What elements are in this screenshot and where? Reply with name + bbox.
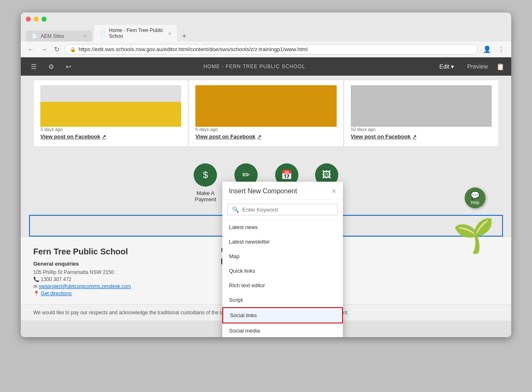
fb-post-image-1	[40, 85, 181, 127]
fb-post-card-3: 10 days ago View post on Facebook ↗	[344, 80, 499, 147]
component-item-map[interactable]: Map	[222, 249, 343, 264]
modal-header: Insert New Component ×	[222, 182, 343, 200]
profile-button[interactable]: 👤	[481, 44, 493, 54]
preview-button[interactable]: Preview	[462, 62, 493, 71]
insert-component-modal: Insert New Component × 🔍 Latest news Lat…	[222, 182, 343, 337]
tab-label: AEM Sites	[41, 33, 64, 39]
fb-post-card-1: 3 days ago View post on Facebook ↗	[33, 80, 188, 147]
help-chat-icon: 💬	[470, 191, 480, 200]
fb-post-image-3	[351, 85, 492, 127]
fb-post-card-2: 6 days ago View post on Facebook ↗	[188, 80, 343, 147]
footer-school-info: Fern Tree Public School General enquirie…	[33, 247, 213, 298]
fb-post-link-3[interactable]: View post on Facebook ↗	[351, 133, 492, 140]
fb-post-time-2: 6 days ago	[195, 127, 336, 132]
fb-post-time-1: 3 days ago	[40, 127, 181, 132]
modal-search: 🔍	[222, 200, 343, 220]
email-icon: ✉	[33, 284, 39, 289]
map-pin-icon: 📍	[33, 291, 41, 296]
search-input-wrapper: 🔍	[227, 204, 338, 215]
component-search-input[interactable]	[242, 207, 333, 213]
page-title: HOME - FERN TREE PUBLIC SCHOOL	[79, 64, 429, 69]
help-button[interactable]: 💬 Help	[465, 187, 485, 208]
external-link-icon-1: ↗	[102, 134, 106, 140]
fb-post-time-3: 10 days ago	[351, 127, 492, 132]
back-button[interactable]: ←	[26, 45, 36, 54]
edit-button[interactable]: Edit ▾	[434, 62, 459, 71]
component-item-quick-links[interactable]: Quick links	[222, 264, 343, 278]
share-button[interactable]: 📋	[496, 63, 505, 71]
quick-link-payment[interactable]: $ Make APayment	[194, 163, 217, 202]
page-content: 3 days ago View post on Facebook ↗ 6 day…	[21, 76, 511, 337]
modal-close-button[interactable]: ×	[332, 187, 336, 195]
payment-icon: $	[194, 163, 217, 187]
tab-home-fern[interactable]: 📄 Home - Fern Tree Public Schoo ×	[94, 25, 177, 42]
lock-icon: 🔒	[70, 47, 76, 52]
component-item-social-links[interactable]: Social links	[222, 307, 343, 323]
refresh-button[interactable]: ↻	[52, 44, 61, 54]
fb-post-link-1[interactable]: View post on Facebook ↗	[40, 133, 181, 140]
footer-phone: 📞 1300 307 472	[33, 276, 213, 282]
footer-email: ✉ swsproject@detcorpcomms.zendesk.com	[33, 284, 213, 289]
tab-close-button[interactable]: ×	[83, 33, 86, 39]
tab-icon: 📄	[32, 33, 37, 39]
phone-icon: 📞	[33, 276, 41, 282]
fb-post-image-2	[195, 85, 336, 127]
undo-button[interactable]: ↩	[62, 61, 74, 72]
tab-close-active-button[interactable]: ×	[168, 30, 171, 37]
fb-post-link-text-1: View post on Facebook	[40, 133, 100, 140]
edit-chevron-icon: ▾	[451, 63, 454, 70]
external-link-icon-3: ↗	[412, 134, 416, 140]
modal-title: Insert New Component	[229, 187, 297, 195]
close-dot[interactable]	[26, 17, 31, 22]
modal-component-list: Latest news Latest newsletter Map Quick …	[222, 220, 343, 337]
address-bar[interactable]: 🔒 https://edit.sws.schools.nsw.gov.au/ed…	[64, 44, 478, 54]
fb-posts-grid: 3 days ago View post on Facebook ↗ 6 day…	[33, 80, 499, 147]
plant-decoration: 🌱	[453, 216, 495, 255]
component-item-rich-text-editor[interactable]: Rich text editor	[222, 278, 343, 293]
tab-label-active: Home - Fern Tree Public Schoo	[109, 27, 165, 39]
component-item-social-media[interactable]: Social media	[222, 323, 343, 337]
fb-post-link-text-2: View post on Facebook	[195, 133, 255, 140]
fb-post-link-text-3: View post on Facebook	[351, 133, 411, 140]
footer-enquiries-title: General enquiries	[33, 261, 213, 267]
footer-address: 105 Phillip St Parramatta NSW 2150	[33, 269, 213, 275]
help-label: Help	[471, 200, 480, 205]
component-item-script[interactable]: Script	[222, 293, 343, 307]
more-button[interactable]: ⋮	[496, 44, 506, 54]
url-text: https://edit.sws.schools.nsw.gov.au/edit…	[79, 46, 308, 52]
footer-school-name: Fern Tree Public School	[33, 247, 213, 256]
fb-post-link-2[interactable]: View post on Facebook ↗	[195, 133, 336, 140]
component-item-latest-newsletter[interactable]: Latest newsletter	[222, 234, 343, 249]
footer-email-link[interactable]: swsproject@detcorpcomms.zendesk.com	[39, 284, 131, 289]
search-icon: 🔍	[232, 206, 239, 213]
properties-button[interactable]: ⚙	[45, 61, 57, 72]
forward-button[interactable]: →	[39, 45, 49, 54]
tab-icon-active: 📄	[100, 31, 106, 36]
fb-posts-section: 3 days ago View post on Facebook ↗ 6 day…	[21, 76, 511, 155]
external-link-icon-2: ↗	[257, 134, 261, 140]
tab-aem-sites[interactable]: 📄 AEM Sites ×	[26, 30, 92, 42]
edit-label: Edit	[439, 63, 449, 70]
sidebar-toggle-button[interactable]: ☰	[27, 61, 40, 72]
component-item-latest-news[interactable]: Latest news	[222, 220, 343, 234]
footer-directions: 📍 Get directions	[33, 291, 213, 296]
minimize-dot[interactable]	[34, 17, 39, 22]
maximize-dot[interactable]	[42, 17, 47, 22]
get-directions-link[interactable]: Get directions	[41, 291, 71, 296]
payment-label: Make APayment	[195, 190, 216, 202]
add-tab-button[interactable]: +	[179, 32, 190, 41]
